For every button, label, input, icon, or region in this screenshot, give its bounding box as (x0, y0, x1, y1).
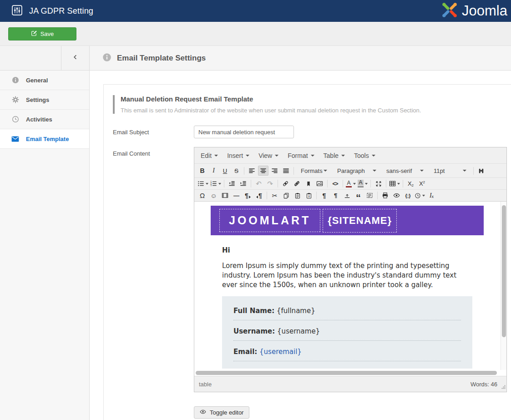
fullname-label: Full Name: (233, 307, 274, 315)
insert-link-button[interactable] (280, 179, 291, 189)
text-color-button[interactable]: A (345, 179, 356, 189)
media-icon (222, 192, 228, 199)
align-right-icon (272, 169, 277, 172)
email-info-box: Full Name: {fullname} Username: {usernam… (222, 296, 472, 369)
superscript-button[interactable]: X2 (417, 179, 427, 189)
subscript-glyph: X (408, 180, 412, 187)
editor-vertical-scrollbar[interactable] (501, 202, 506, 370)
paragraph-format-dropdown[interactable]: Paragraph (334, 165, 379, 176)
unlink-button[interactable] (292, 179, 302, 189)
source-code-button[interactable]: <> (330, 179, 340, 189)
save-button[interactable]: Save (8, 27, 76, 40)
fullscreen-icon (375, 181, 382, 187)
sidebar-item-activities[interactable]: Activities (0, 110, 89, 129)
envelope-icon (11, 136, 19, 142)
horizontal-rule-button[interactable]: — (231, 191, 242, 201)
insert-template-button[interactable] (364, 191, 375, 201)
page-break-button[interactable] (342, 191, 352, 201)
menu-table[interactable]: Table (319, 147, 349, 163)
menu-format[interactable]: Format (283, 147, 319, 163)
paste-as-text-button[interactable]: T (304, 191, 314, 201)
table-button[interactable] (389, 179, 400, 189)
ltr-arrow-icon (249, 196, 251, 198)
sidebar-item-label: General (26, 77, 48, 84)
insert-image-button[interactable] (314, 179, 325, 189)
vertical-scrollbar-thumb[interactable] (502, 205, 506, 337)
indent-icon (240, 180, 247, 187)
binoculars-icon (478, 167, 485, 174)
element-path[interactable]: table (199, 381, 212, 388)
bold-button[interactable]: B (197, 166, 207, 176)
search-replace-button[interactable] (476, 166, 486, 176)
template-icon (366, 192, 373, 199)
sidebar-item-general[interactable]: General (0, 71, 89, 90)
blockquote-button[interactable]: “ (353, 191, 364, 201)
visual-chars-button[interactable]: ¶ (330, 191, 341, 201)
ltr-button[interactable]: ¶ (243, 191, 253, 201)
toggle-editor-button[interactable]: Toggle editor (194, 406, 249, 419)
redo-button[interactable]: ↷ (265, 179, 275, 189)
email-subject-input[interactable] (194, 126, 294, 138)
font-size-dropdown[interactable]: 11pt (430, 165, 470, 176)
align-justify-button[interactable] (281, 166, 291, 176)
sidebar-item-email-template[interactable]: Email Template (0, 129, 89, 149)
menu-edit[interactable]: Edit (196, 147, 223, 163)
joomlart-logo-text: JOOMLART (219, 209, 320, 232)
paste-button[interactable] (292, 191, 303, 201)
preview-button[interactable] (391, 191, 402, 201)
print-button[interactable] (380, 191, 390, 201)
cut-button[interactable]: ✂ (269, 191, 280, 201)
undo-button[interactable]: ↶ (253, 179, 264, 189)
copy-button[interactable] (281, 191, 291, 201)
visual-blocks-button[interactable]: ¶ (319, 191, 329, 201)
anchor-button[interactable] (303, 179, 314, 189)
toolbar-row-1: B I U S Formats Paragraph sans-serif 11p… (194, 164, 506, 178)
align-center-button[interactable] (258, 166, 268, 176)
horizontal-scrollbar-thumb[interactable] (196, 371, 497, 375)
unlink-icon (293, 180, 300, 187)
code-sample-button[interactable]: {;} (403, 191, 413, 201)
rtl-button[interactable]: ¶ (254, 191, 264, 201)
clear-formatting-button[interactable]: Ix (426, 191, 437, 201)
main-content: Manual Deletion Request Email Template T… (90, 71, 511, 420)
username-value: {username} (277, 327, 320, 335)
bullet-list-button[interactable] (197, 179, 209, 189)
strikethrough-button[interactable]: S (231, 166, 242, 176)
insert-datetime-button[interactable] (414, 191, 425, 201)
background-color-button[interactable]: A (357, 179, 368, 189)
fullscreen-button[interactable] (373, 179, 384, 189)
underline-button[interactable]: U (220, 166, 230, 176)
chevron-down-icon (420, 170, 424, 172)
special-character-button[interactable]: Ω (197, 191, 207, 201)
editor-status-bar: table Words: 46 (194, 376, 506, 392)
formats-dropdown-label: Formats (301, 167, 323, 174)
sliders-icon (12, 5, 22, 17)
italic-button[interactable]: I (208, 166, 219, 176)
menu-insert[interactable]: Insert (223, 147, 254, 163)
chevron-down-icon (373, 170, 376, 172)
sidebar-item-settings[interactable]: Settings (0, 90, 89, 110)
editor-horizontal-scrollbar[interactable] (194, 370, 506, 376)
numbered-list-button[interactable]: 123 (210, 179, 222, 189)
insert-media-button[interactable] (220, 191, 230, 201)
menu-tools[interactable]: Tools (349, 147, 380, 163)
outdent-button[interactable] (227, 179, 237, 189)
clock-icon (11, 116, 19, 123)
editor-content-area[interactable]: JOOMLART {SITENAME} Hi Lorem Ipsum is si… (194, 202, 506, 370)
fullname-value: {fullname} (277, 307, 315, 315)
toolbar-separator (293, 167, 294, 175)
settings-panel: Manual Deletion Request Email Template T… (103, 84, 511, 420)
indent-button[interactable] (238, 179, 248, 189)
align-left-icon (249, 169, 254, 172)
align-right-button[interactable] (269, 166, 280, 176)
formats-dropdown[interactable]: Formats (298, 165, 330, 176)
emoticons-button[interactable]: ☺ (208, 191, 219, 201)
sidebar-collapse-button[interactable] (61, 46, 89, 70)
menu-view[interactable]: View (254, 147, 283, 163)
subscript-button[interactable]: X2 (405, 179, 416, 189)
font-family-dropdown[interactable]: sans-serif (383, 165, 427, 176)
page-header: Email Template Settings (90, 46, 511, 71)
align-left-button[interactable] (247, 166, 257, 176)
chevron-down-icon (372, 155, 375, 157)
resize-grip[interactable] (501, 383, 506, 391)
